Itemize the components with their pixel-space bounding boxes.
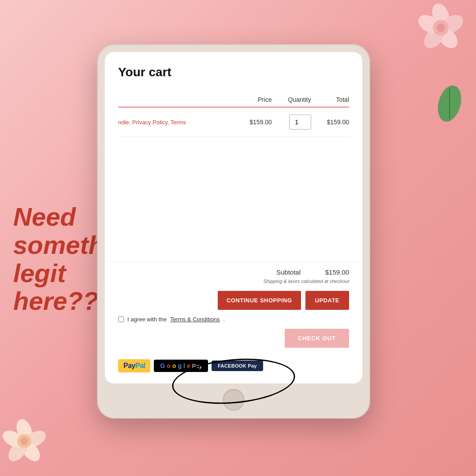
gpay-button[interactable]: Google Pay xyxy=(154,360,208,372)
facebook-pay-button[interactable]: FACEBOOK Pay xyxy=(212,361,263,371)
cart-action-buttons: CONTINUE SHOPPING UPDATE xyxy=(118,291,349,310)
product-quantity-cell xyxy=(272,107,311,137)
continue-shopping-button[interactable]: CONTINUE SHOPPING xyxy=(218,291,301,310)
product-price: $159.00 xyxy=(234,107,272,137)
payment-methods: PayPal Google Pay FACEBOOK Pay xyxy=(118,355,349,377)
product-name: ndle: Privacy Policy, Terms xyxy=(118,107,234,137)
col-product xyxy=(118,93,234,107)
cart-title: Your cart xyxy=(118,65,349,79)
terms-checkbox[interactable] xyxy=(118,316,124,322)
terms-label: I agree with the xyxy=(127,316,167,323)
update-button[interactable]: UPDATE xyxy=(305,291,349,310)
tablet-device: Your cart Price Quantity Total ndle: Pri… xyxy=(97,44,370,419)
col-total: Total xyxy=(311,93,349,107)
terms-link-text: Terms & Conditions xyxy=(170,316,220,323)
cart-table: Price Quantity Total ndle: Privacy Polic… xyxy=(118,93,349,137)
terms-row: I agree with the Terms & Conditions . xyxy=(118,316,349,323)
subtotal-label: Subtotal xyxy=(276,268,301,276)
subtotal-row: Subtotal $159.00 xyxy=(118,268,349,276)
paypal-button[interactable]: PayPal xyxy=(118,359,150,372)
svg-point-6 xyxy=(436,23,445,32)
cart-container: Your cart Price Quantity Total ndle: Pri… xyxy=(105,52,362,261)
product-total: $159.00 xyxy=(311,107,349,137)
cart-summary: Subtotal $159.00 Shipping & taxes calcul… xyxy=(105,261,362,383)
quantity-input[interactable] xyxy=(289,115,311,130)
cart-row: ndle: Privacy Policy, Terms $159.00 $159… xyxy=(118,107,349,137)
tablet-home-button[interactable] xyxy=(223,389,245,411)
checkout-button[interactable]: CHECK OUT xyxy=(285,329,349,348)
flower-decoration-top-right xyxy=(412,2,469,52)
flower-decoration-bottom-left xyxy=(0,417,51,467)
terms-period: . xyxy=(223,316,225,323)
terms-link[interactable]: Terms & Conditions xyxy=(170,316,220,323)
leaf-decoration xyxy=(434,84,465,125)
subtotal-value: $159.00 xyxy=(318,268,349,276)
shipping-note: Shipping & taxes calculated at checkout xyxy=(118,279,349,284)
facebook-pay-label: FACEBOOK Pay xyxy=(218,363,257,368)
svg-point-15 xyxy=(20,437,28,445)
col-quantity: Quantity xyxy=(272,93,311,107)
tablet-screen: Your cart Price Quantity Total ndle: Pri… xyxy=(105,52,362,383)
checkout-row: CHECK OUT xyxy=(118,329,349,348)
col-price: Price xyxy=(234,93,272,107)
